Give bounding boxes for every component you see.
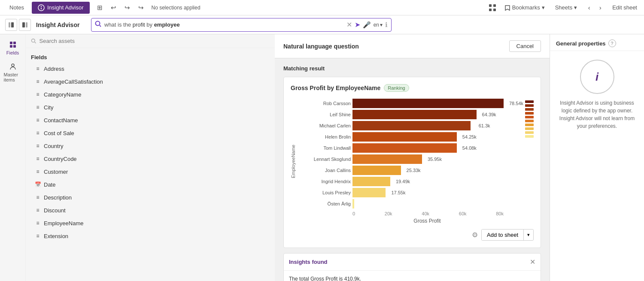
- back-icon[interactable]: ↩: [109, 3, 119, 13]
- y-axis-label: EmployeeName: [291, 145, 296, 178]
- topbar-right: Bookmarks ▾ Sheets ▾ ‹ › Edit sheet: [487, 3, 641, 13]
- assets-search-input[interactable]: [39, 38, 270, 44]
- left-panel: Fields Master items Fields ≡: [0, 34, 275, 281]
- language-selector[interactable]: en ▾: [374, 22, 383, 28]
- secondbar: Insight Advisor what is the profit by em…: [0, 15, 644, 34]
- left-panel-toggle[interactable]: [5, 19, 17, 31]
- field-text-icon: ≡: [34, 91, 41, 98]
- toolbar-icons: ⊞ ↩ ↪ ↪: [95, 3, 146, 13]
- sheets-nav: ‹ ›: [584, 3, 605, 13]
- field-item-date[interactable]: 📅 Date: [31, 178, 270, 191]
- field-item-extension[interactable]: ≡ Extension: [31, 230, 270, 242]
- field-item-description[interactable]: ≡ Description: [31, 191, 270, 204]
- fields-nav-item[interactable]: Fields: [2, 38, 24, 58]
- right-panel: General properties ? i Insight Advisor i…: [550, 34, 644, 281]
- add-to-sheet-dropdown-icon[interactable]: ▾: [524, 230, 533, 240]
- fields-section-label: Fields: [31, 51, 270, 62]
- nlq-title: Natural language question: [283, 43, 359, 50]
- matching-result-label: Matching result: [283, 65, 541, 72]
- field-item-country[interactable]: ≡ Country: [31, 139, 270, 152]
- search-clear-icon[interactable]: ✕: [346, 21, 352, 29]
- bookmark-icon: [504, 5, 510, 11]
- general-properties-info: i Insight Advisor is using business logi…: [550, 51, 644, 139]
- master-items-label: Master items: [4, 72, 22, 82]
- no-selections-label: No selections applied: [152, 5, 200, 11]
- svg-rect-14: [10, 45, 12, 48]
- svg-rect-3: [489, 4, 492, 7]
- forward-icon[interactable]: ↪: [122, 3, 133, 13]
- field-item-countrycode[interactable]: ≡ CountryCode: [31, 152, 270, 165]
- svg-rect-5: [489, 9, 492, 11]
- bar-row-louis: Louis Presley 17.55k: [299, 188, 504, 197]
- selections-forward-icon[interactable]: ↪: [136, 3, 146, 13]
- bar-row-leif: Leif Shine 64.39k: [299, 110, 504, 119]
- field-item-address[interactable]: ≡ Address: [31, 62, 270, 75]
- notes-tab[interactable]: Notes: [3, 2, 30, 13]
- matching-result-section: Matching result Gross Profit by Employee…: [275, 58, 550, 281]
- topbar: Notes Insight Advisor ⊞ ↩ ↪ ↪ No selecti…: [0, 0, 644, 15]
- svg-point-11: [96, 21, 100, 26]
- field-text-icon: ≡: [34, 233, 41, 239]
- nlq-header: Natural language question Cancel: [275, 34, 550, 58]
- svg-rect-12: [10, 42, 12, 44]
- insights-card: Insights found ✕ The total Gross Profit …: [283, 253, 541, 281]
- svg-rect-2: [41, 7, 42, 9]
- svg-rect-4: [493, 4, 496, 7]
- field-item-customer[interactable]: ≡ Customer: [31, 165, 270, 178]
- sheets-button[interactable]: Sheets ▾: [552, 3, 580, 12]
- field-text-icon: ≡: [34, 142, 41, 149]
- field-text-icon: ≡: [34, 78, 41, 85]
- next-sheet-icon[interactable]: ›: [595, 3, 605, 13]
- field-text-icon: ≡: [34, 155, 41, 162]
- chart-title: Gross Profit by EmployeeName Ranking: [291, 84, 534, 92]
- fields-nav-label: Fields: [6, 50, 19, 55]
- secondbar-title: Insight Advisor: [36, 21, 88, 28]
- selection-icon[interactable]: ⊞: [95, 3, 105, 13]
- sidebar-content: Fields ≡ Address ≡ AverageCallSatisfacti…: [26, 34, 275, 281]
- master-items-nav-item[interactable]: Master items: [2, 60, 24, 85]
- x-axis-labels: 0 20k 40k 60k 80k: [299, 211, 504, 216]
- ranking-badge: Ranking: [384, 84, 409, 92]
- field-date-icon: 📅: [34, 181, 41, 188]
- fields-section: Fields ≡ Address ≡ AverageCallSatisfacti…: [26, 48, 275, 246]
- chart-settings-icon[interactable]: ⚙: [472, 231, 478, 239]
- field-item-categoryname[interactable]: ≡ CategoryName: [31, 88, 270, 101]
- svg-rect-10: [26, 22, 27, 27]
- insight-icon: [38, 4, 45, 11]
- field-item-discount[interactable]: ≡ Discount: [31, 204, 270, 217]
- add-to-sheet-label[interactable]: Add to sheet: [482, 230, 524, 240]
- bar-row-joan: Joan Callins 25.33k: [299, 166, 504, 175]
- microphone-icon[interactable]: 🎤: [363, 21, 371, 29]
- assets-search-icon: [31, 38, 37, 44]
- field-text-icon: ≡: [34, 65, 41, 72]
- x-axis-title: Gross Profit: [299, 218, 504, 224]
- search-submit-icon[interactable]: ➤: [355, 21, 360, 29]
- help-icon[interactable]: ?: [608, 39, 616, 47]
- panel-toggles: [5, 19, 31, 31]
- sidebar-fields-list: Fields ≡ Address ≡ AverageCallSatisfacti…: [26, 48, 275, 246]
- prev-sheet-icon[interactable]: ‹: [584, 3, 594, 13]
- field-text-icon: ≡: [34, 207, 41, 214]
- field-item-employeename[interactable]: ≡ EmployeeName: [31, 217, 270, 230]
- search-text-static: what is the profit by employee: [104, 21, 180, 28]
- cancel-button[interactable]: Cancel: [509, 40, 541, 52]
- info-description: Insight Advisor is using business logic …: [557, 99, 637, 130]
- sidebar-nav: Fields Master items: [0, 34, 26, 281]
- edit-sheet-button[interactable]: Edit sheet: [609, 3, 641, 12]
- bookmarks-button[interactable]: Bookmarks ▾: [501, 3, 548, 12]
- field-item-city[interactable]: ≡ City: [31, 101, 270, 114]
- field-item-costofsale[interactable]: ≡ Cost of Sale: [31, 127, 270, 139]
- field-item-contactname[interactable]: ≡ ContactName: [31, 114, 270, 127]
- field-item-averagecallsatisfaction[interactable]: ≡ AverageCallSatisfaction: [31, 75, 270, 88]
- insight-advisor-tab[interactable]: Insight Advisor: [32, 2, 90, 14]
- grid-icon[interactable]: [487, 3, 498, 13]
- insights-close-icon[interactable]: ✕: [530, 258, 535, 266]
- svg-point-16: [12, 64, 14, 66]
- right-panel-toggle[interactable]: [19, 19, 31, 31]
- svg-point-1: [41, 6, 42, 6]
- field-text-icon: ≡: [34, 130, 41, 136]
- info-circle-icon: i: [580, 60, 614, 94]
- add-to-sheet-button[interactable]: Add to sheet ▾: [481, 229, 534, 241]
- search-info-icon[interactable]: ℹ: [385, 21, 388, 29]
- bar-row-michael: Michael Carlen 61.3k: [299, 121, 504, 130]
